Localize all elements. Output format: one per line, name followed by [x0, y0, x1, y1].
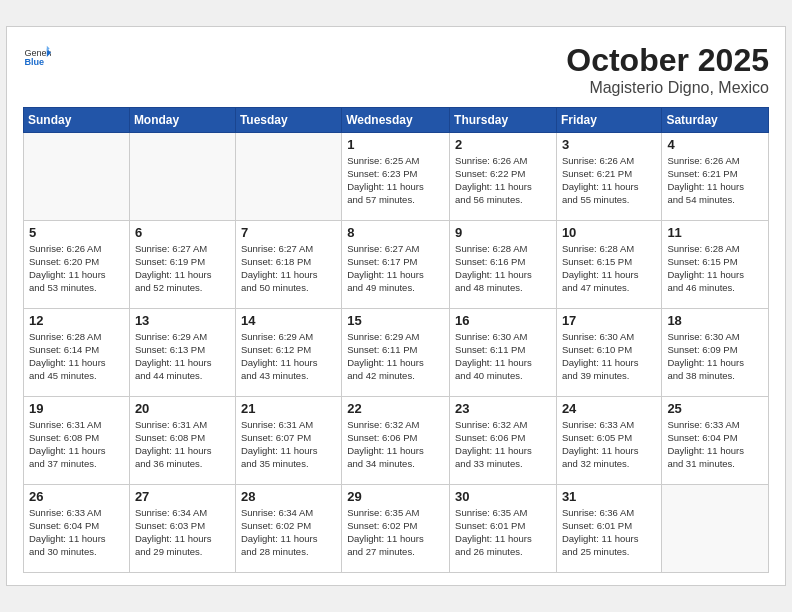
day-info: Sunrise: 6:30 AM Sunset: 6:11 PM Dayligh… — [455, 330, 551, 383]
day-number: 14 — [241, 313, 336, 328]
day-info: Sunrise: 6:25 AM Sunset: 6:23 PM Dayligh… — [347, 154, 444, 207]
day-number: 10 — [562, 225, 656, 240]
table-row: 5Sunrise: 6:26 AM Sunset: 6:20 PM Daylig… — [24, 220, 130, 308]
table-row: 10Sunrise: 6:28 AM Sunset: 6:15 PM Dayli… — [556, 220, 661, 308]
header-tuesday: Tuesday — [235, 107, 341, 132]
table-row: 27Sunrise: 6:34 AM Sunset: 6:03 PM Dayli… — [129, 484, 235, 572]
table-row: 22Sunrise: 6:32 AM Sunset: 6:06 PM Dayli… — [342, 396, 450, 484]
table-row: 25Sunrise: 6:33 AM Sunset: 6:04 PM Dayli… — [662, 396, 769, 484]
table-row: 4Sunrise: 6:26 AM Sunset: 6:21 PM Daylig… — [662, 132, 769, 220]
week-row-2: 12Sunrise: 6:28 AM Sunset: 6:14 PM Dayli… — [24, 308, 769, 396]
day-number: 12 — [29, 313, 124, 328]
location-title: Magisterio Digno, Mexico — [566, 79, 769, 97]
table-row: 30Sunrise: 6:35 AM Sunset: 6:01 PM Dayli… — [450, 484, 557, 572]
day-info: Sunrise: 6:26 AM Sunset: 6:21 PM Dayligh… — [667, 154, 763, 207]
header-section: General Blue October 2025 Magisterio Dig… — [23, 43, 769, 96]
logo: General Blue — [23, 43, 51, 71]
day-number: 19 — [29, 401, 124, 416]
table-row: 21Sunrise: 6:31 AM Sunset: 6:07 PM Dayli… — [235, 396, 341, 484]
day-info: Sunrise: 6:34 AM Sunset: 6:03 PM Dayligh… — [135, 506, 230, 559]
day-info: Sunrise: 6:28 AM Sunset: 6:16 PM Dayligh… — [455, 242, 551, 295]
table-row: 31Sunrise: 6:36 AM Sunset: 6:01 PM Dayli… — [556, 484, 661, 572]
table-row: 1Sunrise: 6:25 AM Sunset: 6:23 PM Daylig… — [342, 132, 450, 220]
table-row: 16Sunrise: 6:30 AM Sunset: 6:11 PM Dayli… — [450, 308, 557, 396]
calendar-container: General Blue October 2025 Magisterio Dig… — [6, 26, 786, 585]
header-saturday: Saturday — [662, 107, 769, 132]
table-row — [129, 132, 235, 220]
day-info: Sunrise: 6:27 AM Sunset: 6:19 PM Dayligh… — [135, 242, 230, 295]
header-monday: Monday — [129, 107, 235, 132]
week-row-1: 5Sunrise: 6:26 AM Sunset: 6:20 PM Daylig… — [24, 220, 769, 308]
day-number: 7 — [241, 225, 336, 240]
table-row: 23Sunrise: 6:32 AM Sunset: 6:06 PM Dayli… — [450, 396, 557, 484]
table-row: 29Sunrise: 6:35 AM Sunset: 6:02 PM Dayli… — [342, 484, 450, 572]
table-row — [235, 132, 341, 220]
day-number: 24 — [562, 401, 656, 416]
day-number: 2 — [455, 137, 551, 152]
day-number: 11 — [667, 225, 763, 240]
table-row: 11Sunrise: 6:28 AM Sunset: 6:15 PM Dayli… — [662, 220, 769, 308]
day-number: 5 — [29, 225, 124, 240]
day-info: Sunrise: 6:28 AM Sunset: 6:14 PM Dayligh… — [29, 330, 124, 383]
day-info: Sunrise: 6:32 AM Sunset: 6:06 PM Dayligh… — [455, 418, 551, 471]
title-section: October 2025 Magisterio Digno, Mexico — [566, 43, 769, 96]
day-info: Sunrise: 6:27 AM Sunset: 6:17 PM Dayligh… — [347, 242, 444, 295]
table-row: 9Sunrise: 6:28 AM Sunset: 6:16 PM Daylig… — [450, 220, 557, 308]
day-number: 21 — [241, 401, 336, 416]
table-row: 8Sunrise: 6:27 AM Sunset: 6:17 PM Daylig… — [342, 220, 450, 308]
day-number: 22 — [347, 401, 444, 416]
week-row-4: 26Sunrise: 6:33 AM Sunset: 6:04 PM Dayli… — [24, 484, 769, 572]
days-header-row: Sunday Monday Tuesday Wednesday Thursday… — [24, 107, 769, 132]
day-number: 30 — [455, 489, 551, 504]
day-number: 1 — [347, 137, 444, 152]
day-info: Sunrise: 6:27 AM Sunset: 6:18 PM Dayligh… — [241, 242, 336, 295]
day-info: Sunrise: 6:28 AM Sunset: 6:15 PM Dayligh… — [667, 242, 763, 295]
day-number: 3 — [562, 137, 656, 152]
day-number: 25 — [667, 401, 763, 416]
table-row: 14Sunrise: 6:29 AM Sunset: 6:12 PM Dayli… — [235, 308, 341, 396]
day-info: Sunrise: 6:26 AM Sunset: 6:20 PM Dayligh… — [29, 242, 124, 295]
day-info: Sunrise: 6:29 AM Sunset: 6:11 PM Dayligh… — [347, 330, 444, 383]
day-number: 4 — [667, 137, 763, 152]
table-row — [662, 484, 769, 572]
day-number: 16 — [455, 313, 551, 328]
day-info: Sunrise: 6:31 AM Sunset: 6:08 PM Dayligh… — [29, 418, 124, 471]
table-row: 15Sunrise: 6:29 AM Sunset: 6:11 PM Dayli… — [342, 308, 450, 396]
day-info: Sunrise: 6:33 AM Sunset: 6:05 PM Dayligh… — [562, 418, 656, 471]
table-row: 17Sunrise: 6:30 AM Sunset: 6:10 PM Dayli… — [556, 308, 661, 396]
day-info: Sunrise: 6:33 AM Sunset: 6:04 PM Dayligh… — [29, 506, 124, 559]
day-info: Sunrise: 6:28 AM Sunset: 6:15 PM Dayligh… — [562, 242, 656, 295]
day-info: Sunrise: 6:31 AM Sunset: 6:08 PM Dayligh… — [135, 418, 230, 471]
svg-text:Blue: Blue — [24, 58, 44, 68]
day-info: Sunrise: 6:26 AM Sunset: 6:21 PM Dayligh… — [562, 154, 656, 207]
table-row: 12Sunrise: 6:28 AM Sunset: 6:14 PM Dayli… — [24, 308, 130, 396]
week-row-3: 19Sunrise: 6:31 AM Sunset: 6:08 PM Dayli… — [24, 396, 769, 484]
day-info: Sunrise: 6:30 AM Sunset: 6:10 PM Dayligh… — [562, 330, 656, 383]
day-info: Sunrise: 6:26 AM Sunset: 6:22 PM Dayligh… — [455, 154, 551, 207]
generalblue-logo-icon: General Blue — [23, 43, 51, 71]
day-info: Sunrise: 6:35 AM Sunset: 6:01 PM Dayligh… — [455, 506, 551, 559]
day-info: Sunrise: 6:32 AM Sunset: 6:06 PM Dayligh… — [347, 418, 444, 471]
day-info: Sunrise: 6:34 AM Sunset: 6:02 PM Dayligh… — [241, 506, 336, 559]
header-friday: Friday — [556, 107, 661, 132]
table-row — [24, 132, 130, 220]
day-number: 26 — [29, 489, 124, 504]
calendar-grid: Sunday Monday Tuesday Wednesday Thursday… — [23, 107, 769, 573]
day-info: Sunrise: 6:31 AM Sunset: 6:07 PM Dayligh… — [241, 418, 336, 471]
day-number: 27 — [135, 489, 230, 504]
day-info: Sunrise: 6:33 AM Sunset: 6:04 PM Dayligh… — [667, 418, 763, 471]
week-row-0: 1Sunrise: 6:25 AM Sunset: 6:23 PM Daylig… — [24, 132, 769, 220]
day-info: Sunrise: 6:35 AM Sunset: 6:02 PM Dayligh… — [347, 506, 444, 559]
day-number: 31 — [562, 489, 656, 504]
day-info: Sunrise: 6:36 AM Sunset: 6:01 PM Dayligh… — [562, 506, 656, 559]
table-row: 18Sunrise: 6:30 AM Sunset: 6:09 PM Dayli… — [662, 308, 769, 396]
table-row: 28Sunrise: 6:34 AM Sunset: 6:02 PM Dayli… — [235, 484, 341, 572]
day-number: 18 — [667, 313, 763, 328]
table-row: 6Sunrise: 6:27 AM Sunset: 6:19 PM Daylig… — [129, 220, 235, 308]
table-row: 20Sunrise: 6:31 AM Sunset: 6:08 PM Dayli… — [129, 396, 235, 484]
table-row: 24Sunrise: 6:33 AM Sunset: 6:05 PM Dayli… — [556, 396, 661, 484]
day-info: Sunrise: 6:30 AM Sunset: 6:09 PM Dayligh… — [667, 330, 763, 383]
day-info: Sunrise: 6:29 AM Sunset: 6:13 PM Dayligh… — [135, 330, 230, 383]
table-row: 19Sunrise: 6:31 AM Sunset: 6:08 PM Dayli… — [24, 396, 130, 484]
header-sunday: Sunday — [24, 107, 130, 132]
